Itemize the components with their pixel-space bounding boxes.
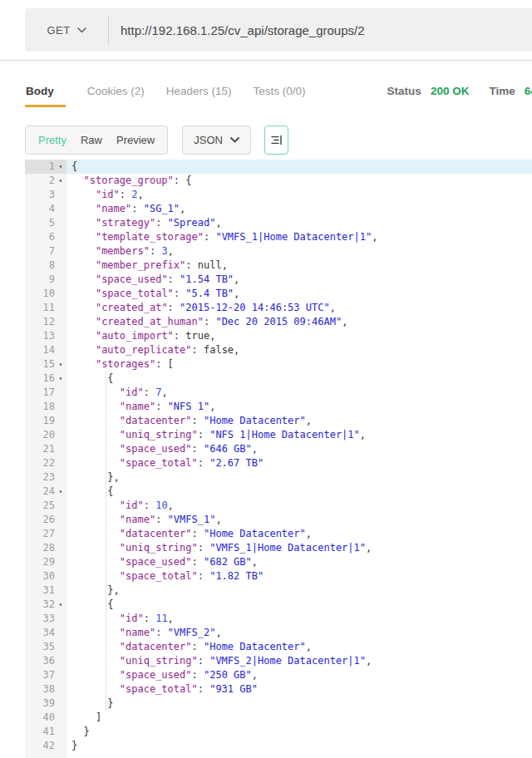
code-line-22[interactable]: 22 "space_total": "2.67 TB"	[25, 456, 532, 470]
code-line-3[interactable]: 3 "id": 2,	[25, 188, 532, 202]
code-line-33[interactable]: 33 "id": 11,	[25, 612, 532, 626]
view-mode-pretty[interactable]: Pretty	[38, 134, 66, 146]
line-number: 25	[43, 499, 55, 513]
line-number: 13	[43, 329, 55, 343]
code-line-24[interactable]: 24▾ {	[25, 485, 532, 499]
code-line-25[interactable]: 25 "id": 10,	[25, 499, 532, 513]
line-number: 23	[43, 470, 55, 485]
tab-tests[interactable]: Tests (0/0)	[254, 85, 306, 105]
code-line-21[interactable]: 21 "space_used": "646 GB",	[25, 442, 532, 456]
code-line-42[interactable]: 42}	[25, 739, 532, 753]
code-line-5[interactable]: 5 "strategy": "Spread",	[25, 216, 532, 230]
code-line-38[interactable]: 38 "space_total": "931 GB"	[25, 682, 532, 696]
code-line-11[interactable]: 11 "created_at": "2015-12-20 14:46:53 UT…	[25, 301, 532, 315]
line-number: 11	[43, 301, 55, 315]
code-line-30[interactable]: 30 "space_total": "1.82 TB"	[25, 569, 532, 583]
code-line-12[interactable]: 12 "created_at_human": "Dec 20 2015 09:4…	[25, 315, 532, 329]
code-text: },	[66, 583, 532, 598]
code-line-2[interactable]: 2▾ "storage_group": {	[25, 174, 532, 188]
line-number: 20	[43, 428, 55, 442]
code-line-32[interactable]: 32▾ {	[25, 598, 532, 612]
tab-body[interactable]: Body	[25, 85, 66, 107]
code-text: {	[66, 160, 532, 174]
line-number-gutter: 12	[25, 315, 66, 329]
code-line-15[interactable]: 15▾ "storages": [	[25, 357, 532, 372]
tab-cookies[interactable]: Cookies (2)	[87, 85, 145, 105]
code-line-8[interactable]: 8 "member_prefix": null,	[25, 258, 532, 273]
code-text: "id": 10,	[66, 499, 532, 513]
line-number-gutter: 25	[25, 499, 66, 513]
code-line-1[interactable]: 1▾{	[25, 160, 532, 174]
line-number-gutter: 27	[25, 527, 66, 541]
language-dropdown[interactable]: JSON	[182, 126, 251, 155]
fold-arrow-icon[interactable]: ▾	[55, 357, 66, 372]
line-number: 28	[43, 541, 55, 555]
line-number: 40	[43, 711, 55, 725]
fold-arrow-icon[interactable]: ▾	[55, 598, 66, 612]
code-line-13[interactable]: 13 "auto_import": true,	[25, 329, 532, 343]
code-line-36[interactable]: 36 "uniq_string": "VMFS_2|Home Datacente…	[25, 654, 532, 668]
code-line-18[interactable]: 18 "name": "NFS 1",	[25, 400, 532, 414]
status-badge: 200 OK	[431, 85, 470, 97]
url-input[interactable]	[109, 23, 532, 37]
code-line-14[interactable]: 14 "auto_replicate": false,	[25, 343, 532, 357]
code-text: "uniq_string": "VMFS_2|Home Datacenter|1…	[66, 654, 532, 668]
code-line-9[interactable]: 9 "space_used": "1.54 TB",	[25, 273, 532, 287]
line-number: 41	[43, 725, 55, 739]
view-mode-group: Pretty Raw Preview	[25, 126, 168, 155]
view-mode-raw[interactable]: Raw	[81, 134, 102, 146]
fold-arrow-icon[interactable]: ▾	[55, 485, 66, 499]
code-line-26[interactable]: 26 "name": "VMFS_1",	[25, 513, 532, 527]
code-line-40[interactable]: 40 ]	[25, 711, 532, 725]
line-number: 31	[43, 583, 55, 598]
code-text: "datacenter": "Home Datacenter",	[66, 527, 532, 541]
code-line-17[interactable]: 17 "id": 7,	[25, 386, 532, 400]
response-body-editor[interactable]: 1▾{2▾ "storage_group": {3 "id": 2,4 "nam…	[25, 160, 532, 758]
chevron-down-icon	[230, 137, 239, 143]
code-line-19[interactable]: 19 "datacenter": "Home Datacenter",	[25, 414, 532, 428]
align-indent-icon	[270, 134, 283, 146]
code-text: {	[66, 598, 532, 612]
line-number-gutter: 39	[25, 696, 66, 711]
code-text: }	[66, 725, 532, 739]
method-dropdown[interactable]: GET	[25, 24, 108, 37]
fold-arrow-icon[interactable]: ▾	[55, 174, 66, 188]
code-line-7[interactable]: 7 "members": 3,	[25, 244, 532, 258]
line-number-gutter: 1▾	[25, 160, 66, 174]
code-line-6[interactable]: 6 "template_storage": "VMFS_1|Home Datac…	[25, 230, 532, 244]
code-line-23[interactable]: 23 },	[25, 470, 532, 485]
code-line-35[interactable]: 35 "datacenter": "Home Datacenter",	[25, 640, 532, 654]
line-number: 9	[49, 273, 55, 287]
code-line-37[interactable]: 37 "space_used": "250 GB",	[25, 668, 532, 682]
fold-arrow-icon[interactable]: ▾	[55, 372, 66, 386]
code-line-31[interactable]: 31 },	[25, 583, 532, 598]
line-number: 42	[43, 739, 55, 753]
code-line-20[interactable]: 20 "uniq_string": "NFS 1|Home Datacenter…	[25, 428, 532, 442]
tab-headers[interactable]: Headers (15)	[166, 85, 232, 105]
code-text: "space_used": "646 GB",	[66, 442, 532, 456]
line-number-gutter: 40	[25, 711, 66, 725]
line-number: 24	[43, 485, 55, 499]
code-text: "space_total": "2.67 TB"	[66, 456, 532, 470]
code-text: }	[66, 696, 532, 711]
code-line-16[interactable]: 16▾ {	[25, 372, 532, 386]
line-number: 18	[43, 400, 55, 414]
fold-arrow-icon[interactable]: ▾	[55, 160, 66, 174]
line-number: 10	[43, 287, 55, 301]
format-button[interactable]	[264, 126, 288, 155]
line-number-gutter: 9	[25, 273, 66, 287]
code-line-29[interactable]: 29 "space_used": "682 GB",	[25, 555, 532, 569]
code-line-4[interactable]: 4 "name": "SG_1",	[25, 202, 532, 216]
code-line-34[interactable]: 34 "name": "VMFS_2",	[25, 626, 532, 640]
response-meta: Status 200 OK Time 64 ms	[387, 85, 532, 97]
code-text: "space_total": "931 GB"	[66, 682, 532, 696]
code-text: "created_at_human": "Dec 20 2015 09:46AM…	[66, 315, 532, 329]
code-line-28[interactable]: 28 "uniq_string": "VMFS_1|Home Datacente…	[25, 541, 532, 555]
view-mode-preview[interactable]: Preview	[116, 134, 155, 146]
code-line-41[interactable]: 41 }	[25, 725, 532, 739]
code-line-27[interactable]: 27 "datacenter": "Home Datacenter",	[25, 527, 532, 541]
line-number: 26	[43, 513, 55, 527]
line-number-gutter: 41	[25, 725, 66, 739]
code-line-39[interactable]: 39 }	[25, 696, 532, 711]
code-line-10[interactable]: 10 "space_total": "5.4 TB",	[25, 287, 532, 301]
